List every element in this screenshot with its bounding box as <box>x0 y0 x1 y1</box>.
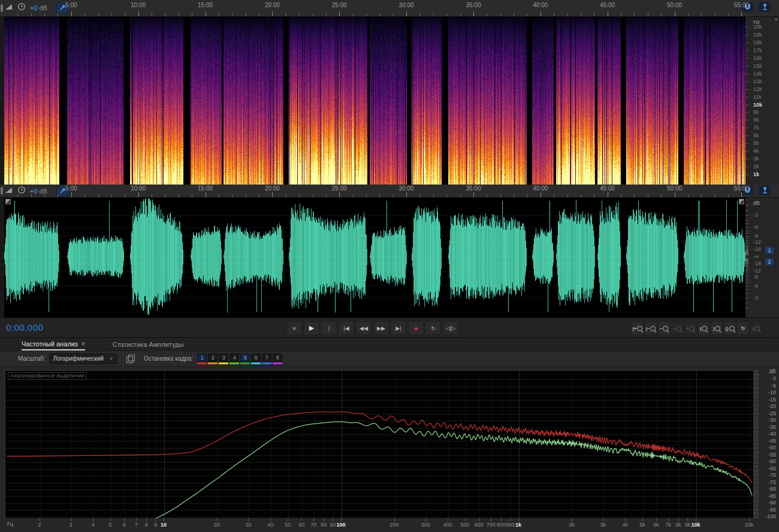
tab-amplitude-statistics[interactable]: Статистика Амплитуды <box>113 338 184 350</box>
frequency-scale-label: 7k <box>753 125 759 131</box>
y-axis-label: -35 <box>768 424 776 430</box>
ruler-tick <box>648 194 648 197</box>
fade-envelope-icon[interactable] <box>5 186 13 197</box>
frame-hold-button-4[interactable]: 4 <box>230 353 239 364</box>
frequency-scale[interactable]: ▾ Hz 20k19k18k17k16k15k14k13k12k11k10k9k… <box>745 17 779 185</box>
loop-playback-button[interactable]: ↻ <box>425 321 441 335</box>
ruler-tick <box>165 194 165 197</box>
x-axis-tick <box>696 518 696 521</box>
panel-menu-icon[interactable]: ≡ <box>81 340 85 347</box>
fade-out-handle[interactable] <box>739 199 744 204</box>
reset-zoom-button[interactable]: ↻ <box>737 322 749 335</box>
go-to-end-button[interactable]: ▶| <box>391 321 406 335</box>
fast-forward-button[interactable]: ▶▶ <box>373 321 389 335</box>
channel-badge-1[interactable]: 1 <box>765 247 774 254</box>
x-axis-label: 100 <box>336 522 345 528</box>
scale-select[interactable]: Логарифмический ˅ <box>49 353 117 364</box>
pause-button[interactable]: ∥ <box>321 321 337 335</box>
zoom-in-at-out-point-button[interactable]: ) <box>711 322 723 335</box>
scale-tick <box>745 280 748 280</box>
ruler-tick <box>84 13 85 16</box>
audio-editor-window: +0dB 5:0010:0015:0020:0025:0030:0035:004… <box>0 0 779 532</box>
time-display[interactable]: 0:00.000 <box>6 322 43 332</box>
frame-hold-button-6[interactable]: 6 <box>251 353 261 364</box>
zoom-in-at-in-point-button[interactable]: ( <box>698 322 709 335</box>
ruler-tick <box>152 13 152 16</box>
go-to-start-button[interactable]: |◀ <box>339 321 354 335</box>
x-axis-label: 8 <box>145 522 148 528</box>
ruler-tick <box>44 13 45 16</box>
clock-icon[interactable] <box>17 2 26 13</box>
ruler-scroll-handle[interactable] <box>1 4 3 12</box>
scale-tick <box>745 112 748 113</box>
stop-button[interactable]: ■ <box>286 321 302 335</box>
frequency-analysis-panel: Частотный анализ ≡ Статистика Амплитуды … <box>0 337 779 532</box>
scale-select-value: Логарифмический <box>53 355 104 362</box>
fade-envelope-icon[interactable] <box>5 2 13 13</box>
ruler-time-label: 45:00 <box>600 2 615 8</box>
ruler-tick <box>246 13 246 16</box>
waveform-canvas[interactable] <box>4 198 745 318</box>
ruler-time-label: 30:00 <box>399 2 414 8</box>
frame-hold-button-2[interactable]: 2 <box>208 353 218 364</box>
ruler-tick <box>661 13 662 16</box>
frame-hold-button-8[interactable]: 8 <box>273 353 282 364</box>
x-axis-tick <box>301 518 302 521</box>
clock-icon[interactable] <box>17 186 26 197</box>
x-axis-unit: Гц <box>7 521 13 527</box>
spectrogram-timeline-ruler[interactable]: +0dB 5:0010:0015:0020:0025:0030:0035:004… <box>0 0 779 17</box>
ruler-time-label: 5:00 <box>65 185 77 192</box>
skip-selection-button[interactable]: ◁|▷ <box>443 321 458 335</box>
rewind-button[interactable]: ◀◀ <box>356 321 372 335</box>
play-button[interactable]: ▶ <box>304 321 319 335</box>
frequency-scale-label: 10k <box>753 102 762 108</box>
scale-tick <box>745 236 748 237</box>
amplitude-scale[interactable]: dB -3-6-9-12-18-∞-18-12-9-6-312 <box>745 198 779 318</box>
scale-menu-icon[interactable]: ▾ <box>775 17 777 22</box>
zoom-to-selection-button[interactable]: ⌐ <box>658 322 670 335</box>
ruler-tick <box>286 194 286 197</box>
ruler-tick <box>98 13 99 16</box>
frame-hold-button-3[interactable]: 3 <box>219 353 228 364</box>
record-button[interactable]: ● <box>408 321 424 335</box>
zoom-mark: ( <box>700 326 702 331</box>
marker-button[interactable] <box>759 185 771 195</box>
zoom-to-selection-alt-button[interactable]: () <box>724 322 736 335</box>
zoom-full-button[interactable]: | <box>750 322 762 335</box>
ruler-tick <box>473 11 474 16</box>
zoom-out-time-button[interactable]: |− <box>645 322 657 335</box>
spectrum-chart-canvas[interactable] <box>5 370 754 519</box>
spectrogram-canvas[interactable] <box>4 17 745 185</box>
zoom-out-full-button[interactable]: ⌐ <box>671 322 683 335</box>
frame-hold-button-5[interactable]: 5 <box>240 353 250 364</box>
x-axis-tick <box>572 518 572 521</box>
channel-badge-2[interactable]: 2 <box>765 258 774 265</box>
waveform-timeline-ruler[interactable]: +0dB 5:0010:0015:0020:0025:0030:0035:004… <box>0 185 779 198</box>
copy-graph-icon[interactable] <box>126 356 133 363</box>
scale-tick <box>745 81 748 82</box>
frame-hold-button-1[interactable]: 1 <box>197 353 207 364</box>
frequency-scale-label: 18k <box>753 40 762 46</box>
amplitude-scale-unit: dB <box>753 200 760 206</box>
zoom-amplitude-button[interactable]: + <box>684 322 696 335</box>
frame-hold-button-7[interactable]: 7 <box>262 353 271 364</box>
ruler-scroll-handle[interactable] <box>1 187 3 195</box>
clip-gain-control[interactable]: +0dB <box>30 4 47 11</box>
chart-overlay-label: Анализированное выделение <box>8 372 87 380</box>
ruler-tick <box>339 192 340 197</box>
ruler-tick <box>419 13 420 16</box>
x-axis-tick <box>678 518 679 521</box>
tab-frequency-analysis[interactable]: Частотный анализ ≡ <box>22 338 85 350</box>
scale-tick <box>745 246 748 247</box>
ruler-tick <box>527 13 527 16</box>
fade-in-handle[interactable] <box>5 199 11 204</box>
magnifier-icon <box>676 326 681 331</box>
marker-button[interactable] <box>759 2 771 12</box>
ruler-tick <box>554 194 554 197</box>
frame-hold-buttons: 12345678 <box>197 353 282 364</box>
ruler-tick <box>98 194 99 197</box>
x-axis-tick <box>288 518 288 521</box>
frame-hold-color-bar <box>273 362 282 364</box>
zoom-in-time-button[interactable]: |+ <box>632 322 644 335</box>
x-axis-label: 300 <box>421 522 430 528</box>
